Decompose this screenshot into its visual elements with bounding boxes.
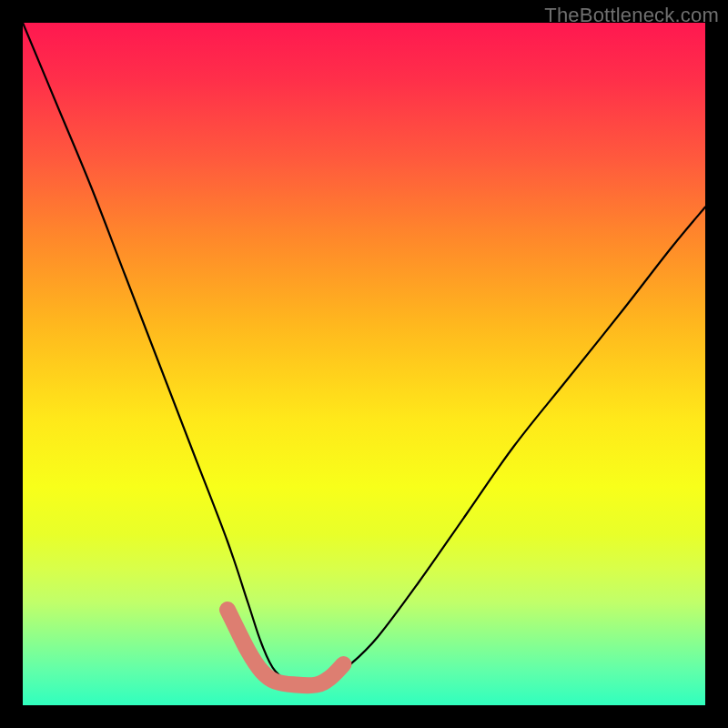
bottleneck-curve-svg (23, 23, 705, 705)
watermark-text: TheBottleneck.com (544, 4, 719, 27)
bottleneck-highlight-segment (228, 610, 344, 685)
chart-stage: TheBottleneck.com (0, 0, 728, 728)
bottleneck-curve-line (23, 23, 705, 686)
